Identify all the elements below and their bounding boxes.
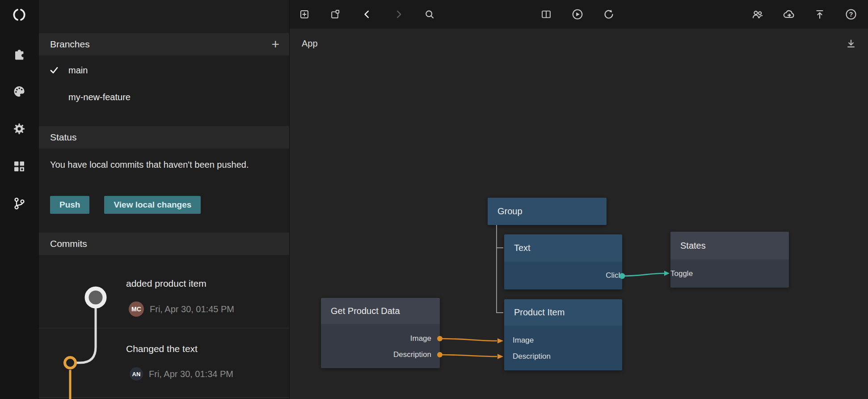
back-chevron-icon bbox=[361, 8, 373, 20]
version-control-branch-icon bbox=[12, 196, 26, 211]
branch-name: main bbox=[68, 65, 88, 76]
view-local-changes-button[interactable]: View local changes bbox=[104, 196, 201, 214]
app-logo-button[interactable] bbox=[10, 6, 28, 24]
commit-graph bbox=[39, 255, 137, 399]
status-message: You have local commits that haven't been… bbox=[50, 157, 264, 172]
node-library-icon bbox=[12, 159, 26, 174]
push-button[interactable]: Push bbox=[50, 196, 89, 214]
branch-item-main[interactable]: main bbox=[39, 60, 289, 80]
add-node-icon bbox=[299, 8, 310, 20]
branches-title: Branches bbox=[50, 39, 90, 50]
create-component-button[interactable] bbox=[326, 5, 344, 23]
avatar: MC bbox=[129, 301, 144, 317]
wire-arrowhead bbox=[664, 271, 670, 276]
commit-meta: MC Fri, Apr 30, 01:45 PM bbox=[129, 301, 234, 317]
commits-list: added product item MC Fri, Apr 30, 01:45… bbox=[39, 255, 289, 399]
node-product-item[interactable]: Product Item Image Description bbox=[504, 299, 622, 370]
collaborators-icon bbox=[751, 8, 764, 21]
node-title[interactable]: Get Product Data bbox=[321, 298, 440, 324]
wire-click-toggle bbox=[622, 273, 664, 276]
node-canvas[interactable]: App Group Text Click bbox=[290, 29, 868, 399]
svg-text:?: ? bbox=[849, 11, 853, 18]
search-button[interactable] bbox=[421, 5, 438, 23]
current-branch-check-icon bbox=[49, 65, 59, 75]
preview-play-icon bbox=[571, 8, 584, 21]
deploy-upload-icon bbox=[814, 8, 826, 20]
add-branch-button[interactable]: + bbox=[271, 38, 279, 51]
node-title[interactable]: Group bbox=[488, 198, 607, 225]
output-port-image[interactable]: Image bbox=[321, 331, 440, 347]
collaborators-button[interactable] bbox=[749, 5, 767, 23]
navigate-back-button[interactable] bbox=[358, 5, 376, 23]
commit-meta: AN Fri, Apr 30, 01:34 PM bbox=[130, 367, 233, 381]
refresh-preview-button[interactable] bbox=[600, 5, 618, 23]
components-puzzle-icon bbox=[12, 47, 26, 61]
cloud-sync-button[interactable] bbox=[780, 5, 798, 23]
search-icon bbox=[424, 8, 435, 20]
preview-play-button[interactable] bbox=[569, 5, 586, 23]
main-area: ? App Group Text bbox=[290, 0, 868, 399]
commit-node-previous bbox=[65, 357, 76, 368]
commit-message: added product item bbox=[126, 278, 206, 289]
split-view-icon bbox=[540, 8, 552, 20]
refresh-icon bbox=[603, 8, 615, 20]
commit-date: Fri, Apr 30, 01:34 PM bbox=[149, 369, 233, 379]
output-port-click[interactable]: Click bbox=[504, 262, 622, 289]
commit-node-head bbox=[87, 289, 105, 306]
branch-item-my-new-feature[interactable]: my-new-feature bbox=[39, 87, 289, 107]
download-button[interactable] bbox=[842, 35, 860, 53]
wire-arrowhead bbox=[497, 354, 503, 359]
commits-title: Commits bbox=[50, 238, 87, 249]
node-library-button[interactable] bbox=[10, 157, 28, 175]
node-states[interactable]: States Toggle bbox=[670, 232, 789, 288]
help-icon: ? bbox=[845, 8, 857, 21]
navigate-forward-button[interactable] bbox=[390, 5, 408, 23]
branch-name: my-new-feature bbox=[68, 92, 131, 102]
status-actions: Push View local changes bbox=[50, 196, 201, 214]
component-breadcrumb: App bbox=[302, 38, 318, 49]
commit-date: Fri, Apr 30, 01:45 PM bbox=[150, 304, 234, 314]
add-node-button[interactable] bbox=[295, 5, 313, 23]
status-title: Status bbox=[50, 132, 77, 143]
version-control-button[interactable] bbox=[10, 195, 28, 212]
styles-button[interactable] bbox=[10, 82, 28, 100]
branches-section-header: Branches + bbox=[39, 33, 289, 55]
app-logo-icon bbox=[12, 7, 27, 22]
input-port-toggle[interactable]: Toggle bbox=[670, 259, 789, 288]
styles-palette-icon bbox=[12, 84, 26, 98]
node-title[interactable]: Text bbox=[504, 234, 622, 262]
help-button[interactable]: ? bbox=[842, 5, 860, 23]
settings-button[interactable] bbox=[10, 120, 28, 138]
editor-toolbar: ? bbox=[290, 0, 868, 29]
node-title[interactable]: States bbox=[670, 232, 789, 259]
status-section-header: Status bbox=[39, 126, 289, 149]
commits-section-header: Commits bbox=[39, 233, 289, 255]
version-control-panel: Branches + main my-new-feature Status Yo… bbox=[39, 0, 290, 399]
wire-image bbox=[440, 339, 497, 341]
node-text[interactable]: Text Click bbox=[504, 234, 622, 289]
node-get-product-data[interactable]: Get Product Data Image Description bbox=[321, 298, 440, 368]
components-button[interactable] bbox=[10, 45, 28, 63]
deploy-button[interactable] bbox=[811, 5, 829, 23]
component-icon bbox=[329, 8, 341, 20]
wire-arrowhead bbox=[497, 338, 503, 344]
commit-graph-main-line bbox=[76, 309, 96, 363]
split-view-button[interactable] bbox=[537, 5, 555, 23]
input-port-description[interactable]: Description bbox=[504, 348, 622, 365]
app-window: Branches + main my-new-feature Status Yo… bbox=[0, 0, 868, 399]
forward-chevron-icon bbox=[393, 8, 405, 20]
node-title[interactable]: Product Item bbox=[504, 299, 622, 326]
settings-gear-icon bbox=[12, 122, 26, 136]
download-icon bbox=[845, 38, 857, 50]
activity-bar bbox=[0, 0, 39, 399]
avatar: AN bbox=[130, 367, 143, 381]
node-group[interactable]: Group bbox=[488, 198, 607, 225]
output-port-description[interactable]: Description bbox=[321, 347, 440, 363]
input-port-image[interactable]: Image bbox=[504, 332, 622, 348]
commit-message: Changed the text bbox=[126, 344, 198, 354]
cloud-sync-icon bbox=[782, 8, 796, 21]
wire-description bbox=[440, 355, 497, 357]
